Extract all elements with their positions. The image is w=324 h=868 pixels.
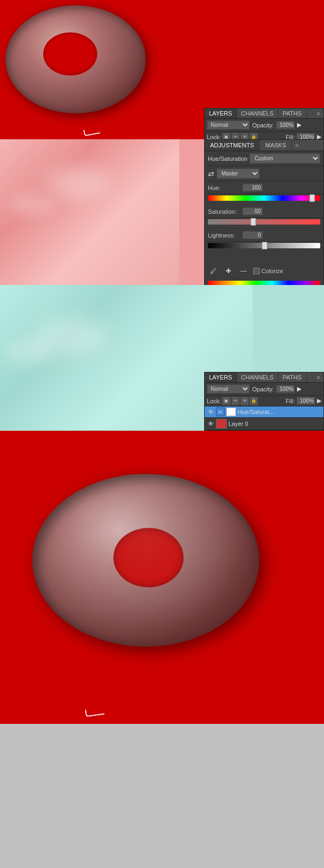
saturation-label: Saturation:: [208, 208, 240, 215]
section4-canvas: [0, 431, 324, 724]
salmon-texture: [0, 139, 179, 285]
channel-icon[interactable]: ⇄: [208, 169, 214, 178]
hue-label: Hue:: [208, 185, 240, 191]
saturation-row: Saturation:: [205, 205, 323, 218]
lock-position-icon[interactable]: ✛: [241, 133, 248, 140]
rainbow-bar: [208, 281, 320, 285]
layers-panel-top: LAYERS CHANNELS PATHS ≡ Normal Opacity: …: [204, 108, 324, 139]
layer-name-huesat: Hue/Saturat...: [238, 409, 321, 415]
preset-select[interactable]: Custom: [249, 153, 320, 164]
layer-item-layer0[interactable]: 👁 Layer 0: [205, 418, 323, 430]
layers-panel-2: LAYERS CHANNELS PATHS ≡ Normal Opacity: …: [204, 372, 324, 431]
eye-icon-layer0[interactable]: 👁: [207, 420, 214, 428]
colorize-label: Colorize: [261, 268, 283, 274]
fill-arrow[interactable]: ▶: [317, 133, 321, 139]
blend-opacity-row: Normal Opacity: ▶: [205, 119, 323, 132]
adjustments-panel: ADJUSTMENTS MASKS ≡ Hue/Saturation Custo…: [204, 139, 324, 285]
eyedropper-sample-btn[interactable]: 🖊: [208, 266, 219, 276]
lock-transparent-icon[interactable]: ▣: [222, 133, 230, 140]
hue-slider-container: [205, 194, 323, 205]
channel-row: ⇄ Master: [205, 166, 323, 181]
tab-channels-2[interactable]: CHANNELS: [237, 372, 279, 382]
layers2-lock-row: Lock: ▣ ✏ ✛ 🔒 Fill: ▶: [205, 396, 323, 406]
white-scribble: [83, 127, 100, 136]
tab-paths[interactable]: PATHS: [279, 109, 307, 118]
tab-adjustments[interactable]: ADJUSTMENTS: [205, 140, 260, 151]
hue-input[interactable]: [242, 184, 263, 192]
saturation-input[interactable]: [242, 207, 263, 215]
layers2-panel-menu[interactable]: ≡: [314, 372, 323, 382]
sat-slider-container: [205, 218, 323, 229]
fill-label: Fill:: [286, 134, 295, 140]
fill-input[interactable]: [296, 133, 315, 139]
section3-canvas: LAYERS CHANNELS PATHS ≡ Normal Opacity: …: [0, 285, 324, 431]
eyedropper-row: 🖊 ✚ — Colorize: [205, 263, 323, 279]
layers2-lock-all[interactable]: 🔒: [250, 397, 258, 405]
panel-tabs-row: LAYERS CHANNELS PATHS ≡: [205, 109, 323, 119]
layers2-lock-img[interactable]: ✏: [232, 397, 239, 405]
layers2-lock-trans[interactable]: ▣: [222, 397, 230, 405]
cloud-highlight-2: [11, 193, 54, 215]
hue-slider-thumb[interactable]: [309, 194, 315, 202]
layers2-opacity-input[interactable]: [276, 385, 295, 393]
light-slider-thumb[interactable]: [262, 242, 267, 249]
layers2-fill-label: Fill:: [286, 398, 295, 404]
preset-row: Hue/Saturation Custom: [205, 151, 323, 166]
light-slider-container: [205, 242, 323, 253]
layers2-fill-arrow[interactable]: ▶: [317, 397, 321, 404]
opacity-arrow[interactable]: ▶: [297, 121, 301, 128]
adj-tabs-row: ADJUSTMENTS MASKS ≡: [205, 140, 323, 151]
layers2-fill-input[interactable]: [296, 397, 315, 405]
tab-paths-2[interactable]: PATHS: [279, 372, 307, 382]
hue-slider[interactable]: [208, 195, 320, 201]
sat-slider-thumb[interactable]: [251, 218, 256, 226]
light-slider[interactable]: [208, 243, 320, 248]
lightness-row: Lightness:: [205, 229, 323, 242]
section1-canvas: LAYERS CHANNELS PATHS ≡ Normal Opacity: …: [0, 0, 324, 139]
preset-label: Hue/Saturation: [208, 155, 247, 162]
opacity-label: Opacity:: [252, 122, 274, 128]
lock-label: Lock:: [207, 134, 221, 140]
layers2-opacity-arrow[interactable]: ▶: [297, 385, 301, 392]
section2-canvas: ADJUSTMENTS MASKS ≡ Hue/Saturation Custo…: [0, 139, 324, 285]
lock-fill-row: Lock: ▣ ✏ ✛ 🔒 Fill: ▶: [205, 132, 323, 139]
donut2-hole: [113, 528, 184, 587]
layers2-tabs-row: LAYERS CHANNELS PATHS ≡: [205, 372, 323, 383]
layer-name-layer0: Layer 0: [228, 421, 321, 427]
tab-layers-2[interactable]: LAYERS: [205, 372, 237, 382]
adj-layer-icon: H: [216, 408, 225, 416]
blend-mode-select[interactable]: Normal: [207, 120, 250, 130]
layer-item-huesat[interactable]: 👁 H Hue/Saturat...: [205, 406, 323, 418]
adj-panel-menu[interactable]: ≡: [292, 140, 323, 151]
teal-cloud-2: [5, 339, 54, 366]
tab-layers[interactable]: LAYERS: [205, 109, 237, 118]
lock-image-icon[interactable]: ✏: [232, 133, 239, 140]
eyedropper-add-btn[interactable]: ✚: [223, 266, 234, 276]
lock-all-icon[interactable]: 🔒: [250, 133, 258, 140]
eyedropper-sub-btn[interactable]: —: [238, 266, 249, 276]
hue-row: Hue:: [205, 181, 323, 194]
lightness-label: Lightness:: [208, 232, 240, 239]
tab-channels[interactable]: CHANNELS: [237, 109, 279, 118]
layers2-lock-pos[interactable]: ✛: [241, 397, 248, 405]
layers2-blend-row: Normal Opacity: ▶: [205, 383, 323, 396]
layers2-lock-label: Lock:: [207, 398, 221, 404]
layers2-blend-select[interactable]: Normal: [207, 384, 250, 394]
opacity-input[interactable]: [276, 121, 295, 129]
adj-layer-mask: [226, 408, 236, 416]
tab-masks[interactable]: MASKS: [260, 140, 292, 151]
panel-menu-icon[interactable]: ≡: [314, 109, 323, 118]
donut-hole: [43, 32, 97, 76]
lightness-input[interactable]: [242, 231, 263, 239]
master-select[interactable]: Master: [217, 168, 260, 179]
sat-slider[interactable]: [208, 219, 320, 225]
white-scribble-2: [85, 707, 105, 717]
layers2-opacity-label: Opacity:: [252, 386, 274, 392]
colorize-checkbox[interactable]: [253, 268, 260, 274]
eye-icon-huesat[interactable]: 👁: [207, 408, 214, 416]
layer0-thumb: [216, 419, 227, 429]
cloud-highlight-1: [43, 166, 108, 199]
